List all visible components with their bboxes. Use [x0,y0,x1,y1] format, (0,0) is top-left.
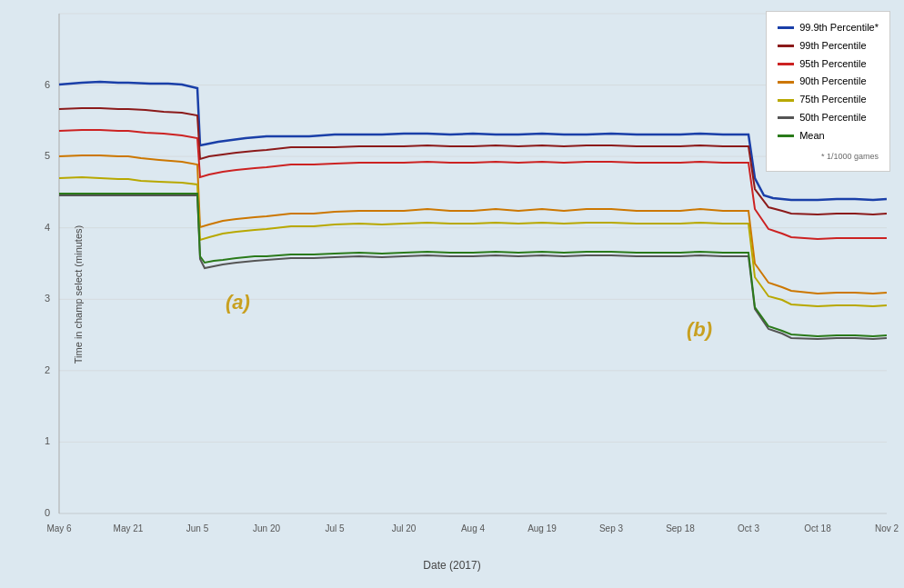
svg-text:Sep 3: Sep 3 [599,523,624,533]
svg-text:4: 4 [45,222,50,233]
svg-text:Oct 3: Oct 3 [738,523,759,533]
legend-label-95: 95th Percentile [799,55,866,74]
legend-item-90: 90th Percentile [778,73,879,91]
legend-color-95 [778,63,794,65]
svg-text:6: 6 [45,79,50,90]
svg-text:Oct 18: Oct 18 [804,523,831,533]
legend-color-999 [778,26,794,29]
svg-text:5: 5 [45,150,50,161]
legend-label-90: 90th Percentile [799,73,866,91]
legend-label-mean: Mean [799,127,825,145]
legend-item-95: 95th Percentile [778,55,879,74]
svg-text:Jun 5: Jun 5 [186,523,209,533]
svg-text:Jun 20: Jun 20 [253,523,280,533]
legend-item-75: 75th Percentile [778,91,879,109]
chart-container: Time in champ select (minutes) Date (201… [0,0,904,588]
svg-text:Jul 5: Jul 5 [325,523,345,533]
legend-item-99: 99th Percentile [778,37,879,55]
legend-color-mean [778,135,794,137]
annotation-a: (a) [226,291,250,314]
legend-color-75 [778,99,794,102]
svg-text:Aug 4: Aug 4 [461,523,486,533]
svg-text:Jul 20: Jul 20 [392,523,417,533]
svg-text:May 6: May 6 [46,523,72,533]
svg-text:May 21: May 21 [114,523,144,533]
legend-note: * 1/1000 games [778,149,879,164]
svg-text:Aug 19: Aug 19 [527,523,557,533]
legend: 99.9th Percentile* 99th Percentile 95th … [766,11,890,172]
legend-label-50: 50th Percentile [799,109,866,127]
legend-label-999: 99.9th Percentile* [799,19,879,37]
svg-text:Nov 2: Nov 2 [875,523,899,533]
svg-text:0: 0 [45,507,50,518]
svg-text:2: 2 [45,364,50,375]
annotation-b: (b) [687,318,712,341]
legend-color-90 [778,81,794,84]
svg-text:Sep 18: Sep 18 [666,523,695,533]
svg-text:1: 1 [45,435,50,446]
legend-label-99: 99th Percentile [799,37,866,55]
legend-item-50: 50th Percentile [778,109,879,127]
legend-color-50 [778,116,794,119]
svg-text:3: 3 [45,293,50,304]
legend-item-mean: Mean [778,127,879,145]
legend-color-99 [778,45,794,47]
legend-item-999: 99.9th Percentile* [778,19,879,37]
legend-label-75: 75th Percentile [799,91,866,109]
